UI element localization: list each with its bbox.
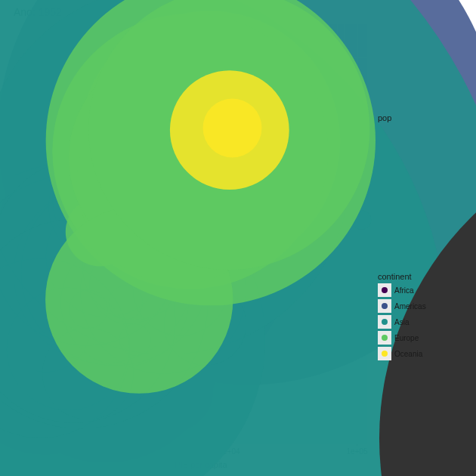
legend-color-label: Africa [394, 286, 414, 295]
legend-size-title: pop [378, 113, 468, 122]
svg-point-49 [382, 319, 388, 325]
data-point [203, 98, 262, 157]
svg-point-53 [382, 351, 388, 357]
figure: Ano: 1952 1e+031e+041e+05406080PIB per c… [0, 0, 476, 476]
legend-color-item: Americas [378, 299, 468, 313]
legend-color-swatch [378, 283, 391, 297]
legend-color-title: continent [378, 272, 468, 281]
legend-color-swatch [378, 347, 391, 360]
legend-color-swatch [378, 299, 391, 313]
legend-color: continent Africa Americas Asia Europe Oc… [378, 272, 468, 363]
legend-color-item: Asia [378, 315, 468, 329]
legend-color-item: Africa [378, 283, 468, 297]
svg-point-51 [382, 335, 388, 341]
legend-color-item: Oceania [378, 347, 468, 360]
legend-color-swatch [378, 331, 391, 345]
legend-color-item: Europe [378, 331, 468, 345]
svg-point-45 [382, 287, 388, 293]
legend-color-label: Americas [394, 302, 426, 311]
legend-color-swatch [378, 315, 391, 329]
legend-color-label: Oceania [394, 350, 422, 358]
legend-color-label: Asia [394, 318, 409, 326]
legend-color-label: Europe [394, 334, 419, 342]
svg-point-47 [382, 303, 388, 309]
